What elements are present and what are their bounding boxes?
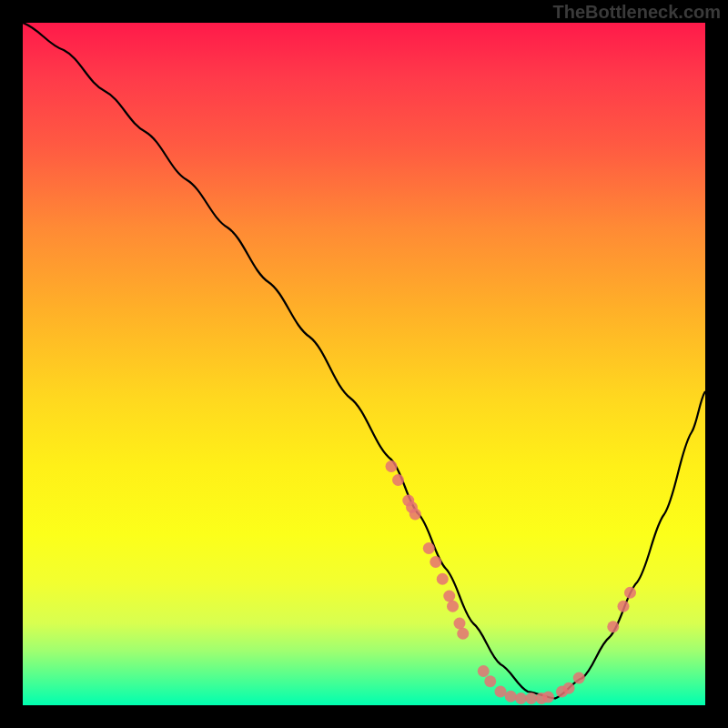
data-point bbox=[423, 542, 435, 554]
data-point bbox=[505, 691, 517, 703]
data-point bbox=[478, 665, 490, 677]
chart-plot-area bbox=[23, 23, 705, 705]
data-point bbox=[437, 573, 449, 585]
data-point bbox=[563, 682, 575, 694]
data-point bbox=[542, 692, 554, 703]
bottleneck-curve bbox=[23, 23, 705, 699]
data-point bbox=[573, 672, 585, 684]
data-point bbox=[515, 693, 527, 704]
data-point bbox=[447, 601, 459, 612]
data-points-group bbox=[386, 460, 637, 704]
data-point bbox=[392, 474, 404, 486]
data-point bbox=[607, 621, 619, 632]
data-point bbox=[454, 618, 466, 630]
chart-svg bbox=[23, 23, 705, 705]
data-point bbox=[410, 509, 421, 521]
data-point bbox=[484, 675, 496, 687]
data-point bbox=[430, 556, 441, 568]
data-point bbox=[386, 460, 398, 472]
data-point bbox=[443, 591, 455, 602]
data-point bbox=[525, 693, 537, 704]
data-point bbox=[624, 587, 636, 599]
data-point bbox=[457, 628, 469, 640]
data-point bbox=[495, 686, 507, 698]
watermark-text: TheBottleneck.com bbox=[553, 2, 721, 23]
data-point bbox=[618, 601, 630, 612]
